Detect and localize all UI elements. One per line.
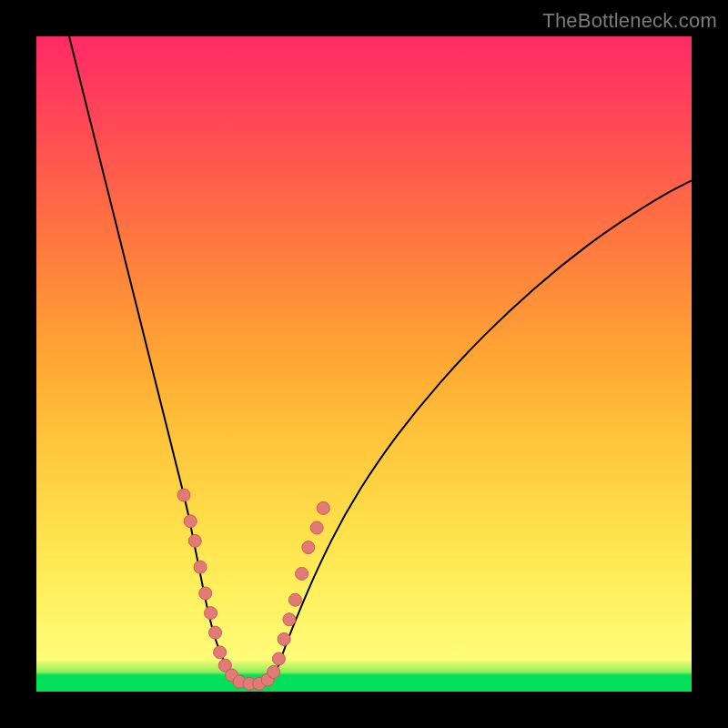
data-marker [209, 626, 222, 639]
chart-frame: TheBottleneck.com [0, 0, 728, 728]
data-marker [310, 521, 323, 534]
data-marker [296, 567, 308, 580]
data-marker [194, 561, 207, 573]
data-marker [205, 607, 217, 620]
chart-svg [36, 36, 692, 692]
watermark-text: TheBottleneck.com [542, 9, 717, 33]
curve-right [266, 180, 692, 684]
curve-left [69, 36, 246, 685]
data-marker [317, 501, 329, 514]
data-marker [177, 489, 190, 501]
data-marker [288, 593, 301, 606]
data-marker [272, 652, 285, 665]
plot-area [36, 36, 692, 692]
data-marker [214, 646, 227, 659]
data-marker [268, 665, 280, 678]
data-marker [283, 613, 296, 626]
data-marker [302, 541, 315, 554]
data-marker [199, 587, 212, 600]
data-marker [184, 515, 197, 528]
data-marker [188, 534, 201, 547]
marker-group [177, 489, 329, 690]
data-marker [278, 632, 290, 645]
